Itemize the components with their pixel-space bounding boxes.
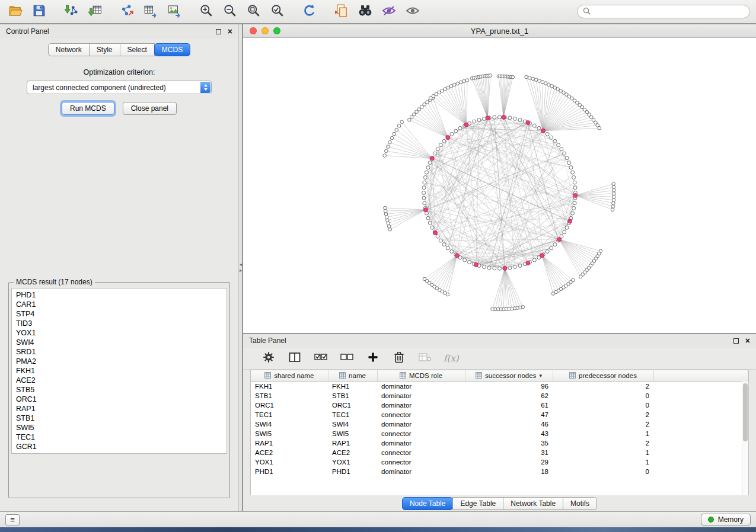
cell-predecessor-nodes[interactable]: 0 xyxy=(553,400,653,410)
cell-mcds-role[interactable]: connector xyxy=(377,429,465,438)
cell-predecessor-nodes[interactable]: 0 xyxy=(553,391,653,400)
column-header-predecessor-nodes[interactable]: predecessor nodes xyxy=(553,370,653,382)
search-binoculars-button[interactable] xyxy=(356,3,375,21)
table-row[interactable]: PHD1PHD1dominator180 xyxy=(251,467,748,476)
table-tab-edge-table[interactable]: Edge Table xyxy=(452,497,503,510)
result-item[interactable]: STP4 xyxy=(16,309,222,319)
result-item[interactable]: TEC1 xyxy=(16,432,222,442)
result-item[interactable]: PMA2 xyxy=(16,357,222,366)
table-row[interactable]: YOX1YOX1connector291 xyxy=(251,457,748,467)
table-scrollbar[interactable] xyxy=(742,382,748,495)
table-row[interactable]: FKH1FKH1dominator962 xyxy=(251,382,748,391)
result-item[interactable]: STB5 xyxy=(16,385,222,395)
cell-mcds-role[interactable]: connector xyxy=(377,457,465,467)
cell-mcds-role[interactable]: connector xyxy=(377,448,465,457)
optimization-criterion-dropdown[interactable]: largest connected component (undirected) xyxy=(27,81,212,94)
result-item[interactable]: YOX1 xyxy=(16,328,222,338)
cell-predecessor-nodes[interactable]: 2 xyxy=(553,419,653,429)
cell-mcds-role[interactable]: dominator xyxy=(377,467,465,476)
result-item[interactable]: RAP1 xyxy=(16,404,222,414)
table-tab-network-table[interactable]: Network Table xyxy=(503,497,563,510)
cell-predecessor-nodes[interactable]: 2 xyxy=(553,382,653,391)
zoom-in-button[interactable] xyxy=(197,3,216,21)
cell-mcds-role[interactable]: connector xyxy=(377,410,465,419)
cell-mcds-role[interactable]: dominator xyxy=(377,400,465,410)
cell-mcds-role[interactable]: dominator xyxy=(377,438,465,448)
table-settings-button[interactable] xyxy=(261,351,276,366)
cell-successor-nodes[interactable]: 96 xyxy=(465,382,553,391)
close-table-panel-icon[interactable]: × xyxy=(745,336,750,345)
search-input[interactable] xyxy=(594,7,744,17)
column-header-name[interactable]: name xyxy=(328,370,377,382)
cell-shared-name[interactable]: STB1 xyxy=(251,391,328,400)
cell-successor-nodes[interactable]: 35 xyxy=(465,438,553,448)
cell-predecessor-nodes[interactable]: 0 xyxy=(553,467,653,476)
cell-name[interactable]: ORC1 xyxy=(328,400,377,410)
run-mcds-button[interactable]: Run MCDS xyxy=(62,102,114,115)
create-column-button[interactable] xyxy=(365,351,381,366)
network-search-box[interactable] xyxy=(577,5,750,18)
cell-name[interactable]: TEC1 xyxy=(328,410,377,419)
cell-successor-nodes[interactable]: 31 xyxy=(465,448,553,457)
table-row[interactable]: TEC1TEC1connector472 xyxy=(251,410,748,419)
result-item[interactable]: SRD1 xyxy=(16,347,222,357)
cell-mcds-role[interactable]: dominator xyxy=(377,391,465,400)
show-columns-button[interactable] xyxy=(287,351,302,366)
table-tab-motifs[interactable]: Motifs xyxy=(563,497,597,510)
save-session-button[interactable] xyxy=(30,3,49,21)
cell-name[interactable]: SWI5 xyxy=(328,429,377,438)
table-tab-node-table[interactable]: Node Table xyxy=(402,497,454,510)
cell-shared-name[interactable]: PHD1 xyxy=(251,467,328,476)
cell-successor-nodes[interactable]: 29 xyxy=(465,457,553,467)
result-item[interactable]: CAR1 xyxy=(16,300,222,309)
cell-mcds-role[interactable]: dominator xyxy=(377,382,465,391)
deselect-all-rows-button[interactable] xyxy=(339,351,355,366)
cell-successor-nodes[interactable]: 47 xyxy=(465,410,553,419)
result-item[interactable]: PHD1 xyxy=(16,290,222,300)
tab-select[interactable]: Select xyxy=(120,43,155,56)
refresh-view-button[interactable] xyxy=(300,3,319,21)
table-row[interactable]: RAP1RAP1dominator352 xyxy=(251,438,748,448)
network-graph[interactable] xyxy=(243,38,756,333)
cell-successor-nodes[interactable]: 43 xyxy=(465,429,553,438)
hide-selected-button[interactable] xyxy=(379,3,398,21)
table-row[interactable]: ACE2ACE2connector311 xyxy=(251,448,748,457)
tab-mcds[interactable]: MCDS xyxy=(154,43,190,56)
task-history-button[interactable]: ≡ xyxy=(5,514,20,525)
close-panel-icon[interactable]: × xyxy=(228,27,232,36)
cell-shared-name[interactable]: YOX1 xyxy=(251,457,328,467)
cell-name[interactable]: FKH1 xyxy=(328,382,377,391)
cell-shared-name[interactable]: TEC1 xyxy=(251,410,328,419)
zoom-selected-button[interactable] xyxy=(268,3,287,21)
result-item[interactable]: SWI4 xyxy=(16,338,222,347)
cell-successor-nodes[interactable]: 61 xyxy=(465,400,553,410)
cell-predecessor-nodes[interactable]: 1 xyxy=(553,448,653,457)
cell-successor-nodes[interactable]: 18 xyxy=(465,467,553,476)
result-item[interactable]: ACE2 xyxy=(16,376,222,385)
cell-name[interactable]: SWI4 xyxy=(328,419,377,429)
import-table-button[interactable] xyxy=(85,3,104,21)
column-header-shared-name[interactable]: shared name xyxy=(251,370,328,382)
result-item[interactable]: FKH1 xyxy=(16,366,222,376)
export-table-button[interactable] xyxy=(141,3,160,21)
cell-predecessor-nodes[interactable]: 1 xyxy=(553,429,653,438)
select-all-rows-button[interactable] xyxy=(313,351,328,366)
result-item[interactable]: GCR1 xyxy=(16,442,222,451)
cell-successor-nodes[interactable]: 46 xyxy=(465,419,553,429)
delete-column-button[interactable] xyxy=(391,351,407,366)
zoom-fit-button[interactable] xyxy=(244,3,263,21)
result-item[interactable]: SWI5 xyxy=(16,423,222,432)
cell-name[interactable]: STB1 xyxy=(328,391,377,400)
result-item[interactable]: ORC1 xyxy=(16,395,222,404)
table-scrollbar-thumb[interactable] xyxy=(743,383,748,441)
open-session-button[interactable] xyxy=(6,3,25,21)
cell-predecessor-nodes[interactable]: 2 xyxy=(553,410,653,419)
float-table-panel-icon[interactable] xyxy=(733,338,739,344)
zoom-out-button[interactable] xyxy=(221,3,240,21)
cell-shared-name[interactable]: SWI4 xyxy=(251,419,328,429)
tab-style[interactable]: Style xyxy=(89,43,120,56)
collapse-left-icon[interactable]: ◂ xyxy=(240,262,242,267)
cell-shared-name[interactable]: FKH1 xyxy=(251,382,328,391)
close-panel-button[interactable]: Close panel xyxy=(123,102,177,115)
table-row[interactable]: ORC1ORC1dominator610 xyxy=(251,400,748,410)
